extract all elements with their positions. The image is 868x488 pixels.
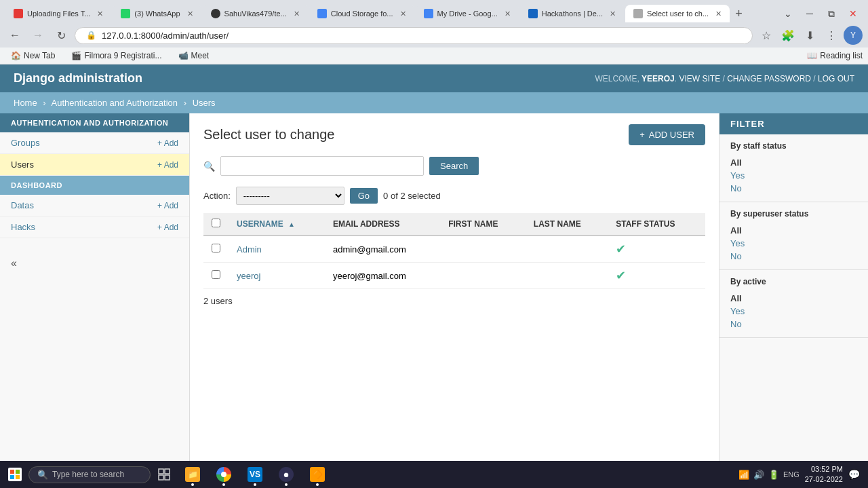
- main-content: AUTHENTICATION AND AUTHORIZATION Groups …: [0, 113, 868, 466]
- browser-tab-5[interactable]: My Drive - Goog... ✕: [416, 5, 519, 22]
- breadcrumb-sep-1: ›: [43, 98, 45, 108]
- filter-panel: FILTER By staff status All Yes No By sup…: [719, 113, 868, 466]
- browser-tab-6[interactable]: Hackathons | De... ✕: [520, 5, 624, 22]
- tab-bar: Uploading Files T... ✕ (3) WhatsApp ✕ Sa…: [0, 0, 868, 23]
- tab-scroll-btn[interactable]: ⌄: [778, 4, 797, 23]
- search-button[interactable]: Search: [429, 157, 479, 175]
- bookmark-label-meet: Meet: [191, 51, 210, 60]
- bookmark-star-button[interactable]: ☆: [757, 26, 776, 45]
- taskbar-app-obs[interactable]: ⏺: [271, 462, 301, 466]
- sidebar-item-groups[interactable]: Groups + Add: [0, 132, 189, 154]
- row1-staff-status-cell: ✔: [608, 236, 705, 263]
- menu-button[interactable]: ⋮: [822, 26, 841, 45]
- taskbar-app-vscode[interactable]: VS: [240, 462, 270, 466]
- row1-last-name-cell: [526, 236, 608, 263]
- browser-tab-1[interactable]: Uploading Files T... ✕: [5, 5, 111, 22]
- forward-button[interactable]: →: [28, 26, 47, 45]
- filter-active-all[interactable]: All: [730, 292, 857, 305]
- tab-title-7: Select user to ch...: [647, 10, 709, 18]
- tab-close-3[interactable]: ✕: [294, 10, 300, 18]
- filter-active-yes[interactable]: Yes: [730, 305, 857, 318]
- tab-close-5[interactable]: ✕: [505, 10, 511, 18]
- col-last-name[interactable]: LAST NAME: [526, 213, 608, 236]
- search-input[interactable]: [220, 156, 424, 176]
- filter-active-no[interactable]: No: [730, 318, 857, 331]
- start-button[interactable]: [3, 462, 27, 466]
- sidebar-hacks-add[interactable]: + Add: [157, 223, 178, 232]
- filter-staff-no[interactable]: No: [730, 182, 857, 195]
- sidebar-item-users[interactable]: Users + Add: [0, 154, 189, 176]
- sidebar-groups-label: Groups: [11, 138, 40, 148]
- taskbar-app-vlc[interactable]: 🔶: [302, 462, 332, 466]
- restore-button[interactable]: ⧉: [822, 4, 841, 23]
- filter-staff-title: By staff status: [730, 141, 857, 151]
- row1-checkbox[interactable]: [212, 244, 220, 252]
- table-header-row: USERNAME ▲ EMAIL ADDRESS FIRST NAME LAST…: [203, 213, 705, 236]
- filter-superuser-yes[interactable]: Yes: [730, 237, 857, 250]
- tab-close-6[interactable]: ✕: [610, 10, 616, 18]
- change-password-link[interactable]: CHANGE PASSWORD: [727, 74, 811, 83]
- sidebar-item-datas[interactable]: Datas + Add: [0, 195, 189, 217]
- sidebar-datas-add[interactable]: + Add: [157, 201, 178, 210]
- filter-staff-yes[interactable]: Yes: [730, 169, 857, 182]
- select-all-checkbox[interactable]: [212, 219, 220, 227]
- minimize-button[interactable]: ─: [800, 4, 819, 23]
- breadcrumb-home[interactable]: Home: [14, 98, 37, 108]
- browser-tab-7[interactable]: Select user to ch... ✕: [625, 5, 730, 22]
- go-button[interactable]: Go: [350, 188, 378, 204]
- col-username[interactable]: USERNAME ▲: [229, 213, 325, 236]
- bookmark-filmora[interactable]: 🎬 Filmora 9 Registrati...: [66, 50, 167, 62]
- taskbar-clock[interactable]: 03:52 PM 27-02-2022: [802, 464, 846, 466]
- extensions-button[interactable]: 🧩: [778, 26, 797, 45]
- filter-superuser-title: By superuser status: [730, 209, 857, 219]
- row2-username-link[interactable]: yeeroj: [237, 271, 260, 281]
- row1-email-cell: admin@gmail.com: [325, 236, 440, 263]
- sidebar-item-hacks[interactable]: Hacks + Add: [0, 217, 189, 238]
- select-all-header[interactable]: [203, 213, 229, 236]
- filter-superuser-all[interactable]: All: [730, 224, 857, 237]
- sidebar-collapse-button[interactable]: «: [11, 257, 17, 269]
- row1-username-link[interactable]: Admin: [237, 244, 262, 255]
- row1-staff-status-icon: ✔: [616, 242, 626, 256]
- browser-tab-3[interactable]: SahuVikas479/te... ✕: [203, 5, 308, 22]
- filter-superuser-no[interactable]: No: [730, 250, 857, 263]
- django-title[interactable]: Django administration: [14, 71, 142, 86]
- address-bar[interactable]: 🔒 127.0.0.1:8000/admin/auth/user/: [75, 27, 753, 44]
- bookmark-meet[interactable]: 📹 Meet: [173, 50, 215, 62]
- close-button[interactable]: ✕: [844, 4, 863, 23]
- col-email[interactable]: EMAIL ADDRESS: [325, 213, 440, 236]
- taskbar-search[interactable]: 🔍 Type here to search: [28, 466, 151, 467]
- back-button[interactable]: ←: [5, 26, 24, 45]
- new-tab-button[interactable]: +: [731, 5, 747, 22]
- bookmark-new-tab[interactable]: 🏠 New Tab: [5, 50, 60, 62]
- action-select[interactable]: ---------: [236, 187, 344, 205]
- reading-list-button[interactable]: 📖 Reading list: [807, 51, 863, 60]
- tab-close-1[interactable]: ✕: [97, 10, 103, 18]
- table-body: Admin admin@gmail.com ✔: [203, 236, 705, 289]
- tab-title-1: Uploading Files T...: [27, 10, 90, 18]
- browser-tab-4[interactable]: Cloud Storage fo... ✕: [309, 5, 414, 22]
- tab-close-7[interactable]: ✕: [715, 10, 722, 18]
- filter-staff-all[interactable]: All: [730, 156, 857, 169]
- tab-close-4[interactable]: ✕: [400, 10, 406, 18]
- sidebar-users-add[interactable]: + Add: [157, 160, 178, 170]
- breadcrumb-auth[interactable]: Authentication and Authorization: [52, 98, 178, 108]
- taskbar-app-file-explorer[interactable]: 📁: [178, 462, 208, 466]
- filter-section-active: By active All Yes No: [719, 270, 868, 338]
- col-email-label: EMAIL ADDRESS: [333, 219, 400, 229]
- task-view-button[interactable]: [152, 462, 176, 466]
- tab-title-3: SahuVikas479/te...: [224, 10, 287, 18]
- tab-close-2[interactable]: ✕: [187, 10, 193, 18]
- add-user-button[interactable]: + ADD USER: [629, 124, 705, 145]
- browser-tab-2[interactable]: (3) WhatsApp ✕: [113, 5, 201, 22]
- view-site-link[interactable]: VIEW SITE: [679, 74, 720, 83]
- row2-checkbox[interactable]: [212, 270, 220, 279]
- downloads-button[interactable]: ⬇: [800, 26, 819, 45]
- profile-avatar[interactable]: Y: [844, 26, 863, 45]
- col-staff-status[interactable]: STAFF STATUS: [608, 213, 705, 236]
- col-first-name[interactable]: FIRST NAME: [440, 213, 526, 236]
- taskbar-app-chrome[interactable]: [209, 462, 239, 466]
- reload-button[interactable]: ↻: [52, 26, 71, 45]
- sidebar-groups-add[interactable]: + Add: [157, 138, 178, 148]
- log-out-link[interactable]: LOG OUT: [818, 74, 854, 83]
